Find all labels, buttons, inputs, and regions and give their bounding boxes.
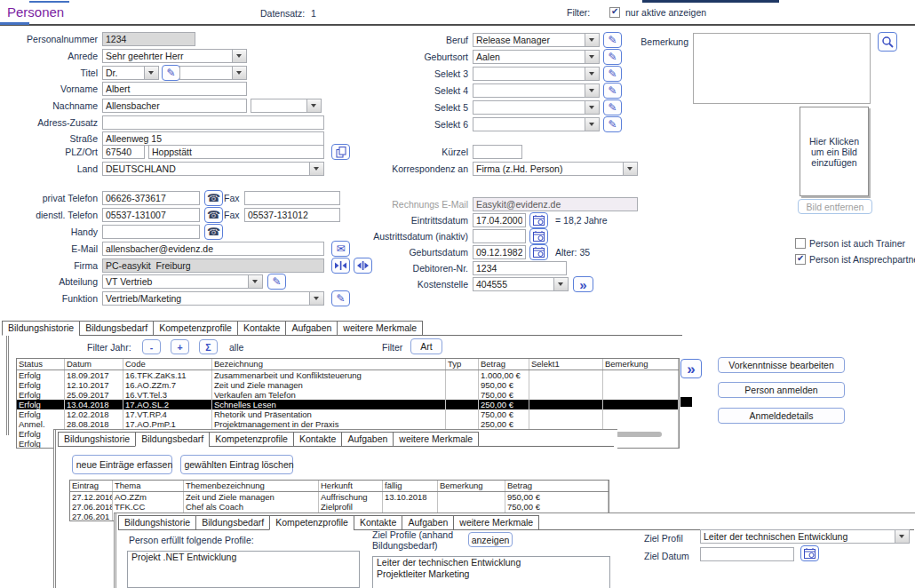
dropdown-arrow-icon[interactable] <box>144 67 158 79</box>
list-item[interactable]: Projekt .NET Entwicklung <box>128 552 359 563</box>
dial-privat-button[interactable]: ☎ <box>204 190 223 206</box>
table-goto-button[interactable]: » <box>680 359 702 378</box>
zoom-bemerkung-button[interactable] <box>878 32 897 52</box>
column-header[interactable]: fällig <box>383 481 438 491</box>
selekt3-select[interactable] <box>473 67 600 81</box>
selekt5-select[interactable] <box>473 100 600 115</box>
table-row[interactable]: Erfolg12.10.201716.AO.ZZm.7Zeit und Ziel… <box>17 380 679 390</box>
dial-dienstl-button[interactable]: ☎ <box>204 207 223 223</box>
plz-input[interactable] <box>102 145 145 159</box>
edit-selekt3-button[interactable]: ✎ <box>603 66 622 82</box>
dropdown-arrow-icon[interactable] <box>623 163 637 175</box>
edit-titel-button[interactable]: ✎ <box>162 65 180 81</box>
titel2-select[interactable] <box>179 66 247 80</box>
table-row[interactable]: 27.12.2016AO.ZZmZeit und Ziele managenAu… <box>70 492 609 502</box>
personalnummer-input[interactable] <box>102 32 195 46</box>
eintrag-loeschen-button[interactable]: gewählten Eintrag löschen <box>180 455 293 474</box>
profiles-listbox[interactable]: Projekt .NET Entwicklung <box>127 551 360 588</box>
table-row[interactable]: Erfolg18.09.201716.TFK.ZaKs.11Zusammenar… <box>17 370 679 380</box>
strasse-input[interactable] <box>102 131 324 146</box>
dropdown-arrow-icon[interactable] <box>306 99 321 112</box>
anrede-select[interactable]: Sehr geehrter Herr <box>102 49 247 63</box>
dropdown-arrow-icon[interactable] <box>553 278 568 290</box>
dropdown-arrow-icon[interactable] <box>585 101 599 114</box>
table-row[interactable]: 27.06.2018TFK.CCChef als CoachZielprofil… <box>70 502 609 512</box>
firma-input[interactable] <box>102 258 324 273</box>
column-header[interactable]: Herkunft <box>319 481 383 491</box>
column-header[interactable]: Typ <box>446 359 479 369</box>
tab-kompetenzprofile[interactable]: Kompetenzprofile <box>153 321 238 336</box>
tab-bildungshistorie[interactable]: Bildungshistorie <box>58 432 136 447</box>
dropdown-arrow-icon[interactable] <box>585 51 599 63</box>
column-header[interactable]: Datum <box>65 359 123 369</box>
person-photo-placeholder[interactable]: Hier Klicken um ein Bild einzufügen <box>800 107 869 196</box>
tab-weitere-merkmale[interactable]: weitere Merkmale <box>337 321 423 336</box>
selekt4-select[interactable] <box>473 83 600 98</box>
ziel-profil-select[interactable]: Leiter der technischen Entwicklung <box>700 529 910 544</box>
dropdown-arrow-icon[interactable] <box>585 34 599 46</box>
dropdown-arrow-icon[interactable] <box>585 68 599 80</box>
edit-selekt4-button[interactable]: ✎ <box>603 83 622 99</box>
dropdown-arrow-icon[interactable] <box>309 292 323 305</box>
nachname2-select[interactable] <box>251 99 322 113</box>
column-header[interactable]: Betrag <box>505 481 609 491</box>
edit-abteilung-button[interactable]: ✎ <box>267 274 286 290</box>
edit-funktion-button[interactable]: ✎ <box>331 290 350 306</box>
dropdown-arrow-icon[interactable] <box>585 84 599 97</box>
column-header[interactable]: Bemerkung <box>438 481 505 491</box>
dial-handy-button[interactable]: ☎ <box>204 224 223 240</box>
tab-aufgaben[interactable]: Aufgaben <box>285 321 338 336</box>
korrespondenz-select[interactable]: Firma (z.Hd. Person) <box>473 162 638 176</box>
neue-eintraege-button[interactable]: neue Einträge erfassen <box>72 455 172 474</box>
anmeldedetails-button[interactable]: Anmeldedetails <box>718 408 845 424</box>
ansprechpartner-checkbox[interactable] <box>795 254 806 265</box>
dropdown-arrow-icon[interactable] <box>232 67 246 79</box>
kuerzel-input[interactable] <box>473 145 522 159</box>
rechnungs-email-input[interactable] <box>473 197 638 211</box>
tab-aufgaben[interactable]: Aufgaben <box>402 515 454 530</box>
table-row[interactable]: Erfolg13.04.201817.AO.SL.2Schnelles Lese… <box>17 400 679 409</box>
privat-fax-input[interactable] <box>244 191 340 205</box>
tab-kontakte[interactable]: Kontakte <box>293 432 342 447</box>
kostenstelle-goto-button[interactable]: » <box>573 276 593 292</box>
tab-bildungshistorie[interactable]: Bildungshistorie <box>2 321 80 336</box>
titel-select[interactable]: Dr. <box>102 66 159 80</box>
bemerkung-textarea[interactable] <box>693 33 871 104</box>
trainer-checkbox[interactable] <box>795 238 806 249</box>
tab-bildungsbedarf[interactable]: Bildungsbedarf <box>135 432 210 447</box>
dropdown-arrow-icon[interactable] <box>309 163 323 175</box>
filter-active-checkbox[interactable] <box>609 7 620 18</box>
handy-input[interactable] <box>102 225 200 239</box>
tab-kompetenzprofile[interactable]: Kompetenzprofile <box>269 515 354 530</box>
ziel-profiles-listbox[interactable]: Leiter der technischen EntwicklungProjek… <box>372 556 610 588</box>
geburtsdatum-calendar-button[interactable] <box>529 244 548 260</box>
privat-telefon-input[interactable] <box>102 191 200 205</box>
tab-aufgaben[interactable]: Aufgaben <box>341 432 394 447</box>
debitoren-input[interactable] <box>473 261 567 275</box>
edit-geburtsort-button[interactable]: ✎ <box>603 49 622 65</box>
column-header[interactable]: Betrag <box>479 359 529 369</box>
tab-kontakte[interactable]: Kontakte <box>237 321 286 336</box>
vorname-input[interactable] <box>102 82 247 96</box>
edit-beruf-button[interactable]: ✎ <box>603 32 622 48</box>
column-header[interactable]: Bemerkung <box>603 359 679 369</box>
ziel-datum-calendar-button[interactable] <box>800 545 819 561</box>
selekt6-select[interactable] <box>473 117 600 131</box>
dropdown-arrow-icon[interactable] <box>895 530 909 543</box>
geburtsdatum-input[interactable] <box>473 245 526 259</box>
column-header[interactable]: Code <box>123 359 212 369</box>
art-filter-button[interactable]: Art <box>410 338 442 354</box>
eintrittsdatum-calendar-button[interactable] <box>529 212 548 228</box>
tab-kompetenzprofile[interactable]: Kompetenzprofile <box>209 432 294 447</box>
jahr-sigma-button[interactable]: Σ <box>199 339 218 354</box>
tab-weitere-merkmale[interactable]: weitere Merkmale <box>453 515 539 530</box>
column-header[interactable]: Status <box>17 359 65 369</box>
jahr-plus-button[interactable]: + <box>171 339 189 354</box>
column-header[interactable]: Bezeichnung <box>212 359 446 369</box>
tab-bildungshistorie[interactable]: Bildungshistorie <box>118 515 196 530</box>
dropdown-arrow-icon[interactable] <box>248 275 262 288</box>
tab-kontakte[interactable]: Kontakte <box>354 515 402 530</box>
austrittsdatum-calendar-button[interactable] <box>529 228 548 244</box>
dropdown-arrow-icon[interactable] <box>585 118 599 131</box>
edit-selekt6-button[interactable]: ✎ <box>603 116 622 132</box>
